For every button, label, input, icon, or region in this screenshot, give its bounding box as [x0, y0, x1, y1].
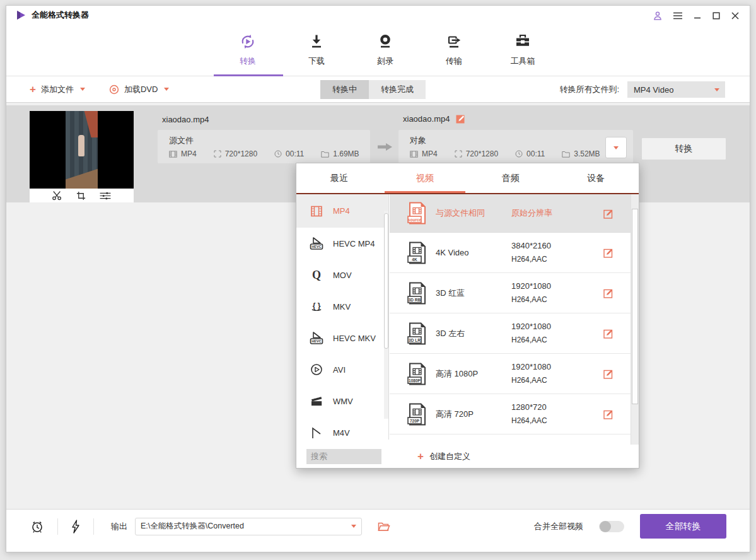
format-popup-tab[interactable]: 最近	[296, 163, 382, 194]
film-icon	[410, 151, 418, 158]
queue-tab-label: 转换中	[332, 84, 357, 95]
edit-preset-icon[interactable]	[603, 368, 614, 379]
convert-all-button[interactable]: 全部转换	[640, 514, 726, 539]
queue-tab[interactable]: 转换完成	[369, 80, 426, 99]
format-list-item[interactable]: HEVC HEVC MKV	[296, 322, 388, 354]
format-search-input[interactable]	[306, 449, 381, 464]
format-list-item[interactable]: WMV	[296, 385, 388, 417]
format-list-item[interactable]: M4V	[296, 417, 388, 440]
format-label: M4V	[333, 428, 350, 438]
open-folder-icon[interactable]	[378, 522, 390, 532]
nav-tab[interactable]: 刻录	[354, 30, 417, 67]
format-list-item[interactable]: { } MKV	[296, 291, 388, 322]
plus-icon: +	[417, 451, 424, 462]
format-list-item[interactable]: AVI	[296, 354, 388, 385]
performance-icon[interactable]	[71, 520, 80, 534]
merge-videos-toggle[interactable]	[599, 521, 624, 532]
preset-file-icon: 720P	[407, 403, 428, 426]
preset-list-scrollbar[interactable]	[631, 194, 639, 445]
video-thumbnail	[30, 111, 134, 189]
nav-tab-label: 刻录	[377, 55, 393, 67]
format-list-item[interactable]: Q MOV	[296, 259, 388, 291]
preset-resolution: 3840*2160	[511, 241, 551, 250]
target-format-select[interactable]: MP4 Video	[627, 81, 725, 98]
nav-tab[interactable]: 工具箱	[491, 30, 554, 67]
schedule-icon[interactable]	[30, 520, 44, 534]
edit-preset-icon[interactable]	[603, 288, 614, 298]
format-popup-tab-label: 视频	[416, 173, 434, 184]
convert-button[interactable]: 转换	[641, 137, 726, 160]
clock-icon	[274, 150, 282, 158]
nav-tab[interactable]: 转换	[216, 30, 279, 67]
preset-resolution: 1920*1080	[511, 281, 551, 291]
preset-codec: H264,AAC	[511, 416, 547, 425]
format-list-item[interactable]: HEVC HEVC MP4	[296, 228, 388, 259]
format-popup-tab[interactable]: 设备	[553, 163, 639, 194]
menu-icon[interactable]	[673, 11, 683, 20]
preset-row[interactable]: 1080P 高清 1080P 1920*1080 H264,AAC	[390, 354, 631, 394]
format-popup-tab-label: 音频	[501, 173, 519, 184]
source-size: 1.69MB	[333, 149, 359, 158]
create-custom-label: 创建自定义	[429, 451, 470, 462]
preset-row[interactable]: 3D RB 3D 红蓝 1920*1080 H264,AAC	[390, 273, 631, 313]
preset-list: source 与源文件相同 原始分辨率	[390, 194, 631, 445]
edit-preset-icon[interactable]	[603, 409, 614, 419]
target-format-value: MP4 Video	[634, 85, 673, 95]
nav-tab[interactable]: 传输	[422, 30, 486, 67]
format-popup-tab[interactable]: 音频	[468, 163, 554, 194]
edit-preset-icon[interactable]	[603, 328, 614, 339]
mkv-icon: { }	[308, 300, 325, 313]
queue-tab[interactable]: 转换中	[320, 80, 369, 99]
nav-tab-label: 工具箱	[511, 55, 535, 67]
playcircle-icon	[308, 363, 325, 376]
chevron-down-icon[interactable]	[351, 525, 356, 528]
burn-icon	[376, 30, 395, 51]
app-title: 全能格式转换器	[32, 9, 89, 21]
rename-icon[interactable]	[456, 114, 466, 124]
preset-row[interactable]: 720P 高清 720P 1280*720 H264,AAC	[390, 394, 631, 435]
load-dvd-button[interactable]: 加载DVD	[109, 84, 169, 95]
minimize-icon[interactable]	[693, 11, 702, 20]
edit-preset-icon[interactable]	[603, 208, 614, 219]
download-icon	[307, 30, 326, 51]
format-label: HEVC MP4	[333, 239, 375, 248]
add-files-button[interactable]: + 添加文件	[30, 84, 85, 95]
format-dropdown-button[interactable]	[605, 137, 627, 158]
format-label: MOV	[333, 271, 352, 280]
preset-file-icon: 4K	[407, 242, 428, 264]
preset-name: 3D 左右	[436, 328, 511, 339]
effects-sliders-icon[interactable]	[99, 191, 112, 201]
preset-row[interactable]: 4K 4K Video 3840*2160 H264,AAC	[390, 233, 631, 273]
nav-tab[interactable]: 下载	[285, 30, 348, 67]
format-popup-tabs: 最近 视频 音频 设备	[296, 163, 639, 194]
preset-row[interactable]: 3D LR 3D 左右 1920*1080 H264,AAC	[390, 313, 631, 354]
active-format-tab-underline	[385, 191, 465, 193]
svg-text:{ }: { }	[313, 301, 321, 310]
create-custom-button[interactable]: + 创建自定义	[417, 451, 470, 462]
film-icon	[169, 151, 177, 158]
format-list-scroll-thumb[interactable]	[384, 213, 388, 349]
preset-name: 3D 红蓝	[436, 288, 511, 299]
format-popup-tab[interactable]: 视频	[382, 163, 468, 194]
preset-file-icon: source	[407, 202, 428, 225]
format-label: MP4	[333, 206, 350, 216]
target-format: MP4	[422, 149, 438, 158]
source-panel-title: 源文件	[169, 135, 194, 146]
preset-file-icon: 1080P	[407, 363, 428, 385]
format-popup-tab-label: 设备	[587, 173, 605, 184]
close-icon[interactable]	[731, 11, 740, 20]
edit-preset-icon[interactable]	[603, 247, 614, 258]
film-icon	[308, 204, 325, 218]
account-icon[interactable]	[653, 11, 663, 21]
preset-list-scroll-thumb[interactable]	[632, 209, 638, 404]
preset-codec: H264,AAC	[511, 376, 547, 385]
preset-row[interactable]: source 与源文件相同 原始分辨率	[390, 194, 631, 233]
queue-tab-label: 转换完成	[381, 84, 414, 95]
trim-icon[interactable]	[52, 190, 63, 201]
nav-tab-label: 转换	[240, 55, 256, 67]
merge-videos-label: 合并全部视频	[534, 521, 583, 532]
crop-icon[interactable]	[76, 191, 86, 201]
format-list-item[interactable]: MP4	[296, 194, 388, 228]
output-path-input[interactable]	[135, 518, 362, 535]
maximize-icon[interactable]	[712, 11, 721, 20]
